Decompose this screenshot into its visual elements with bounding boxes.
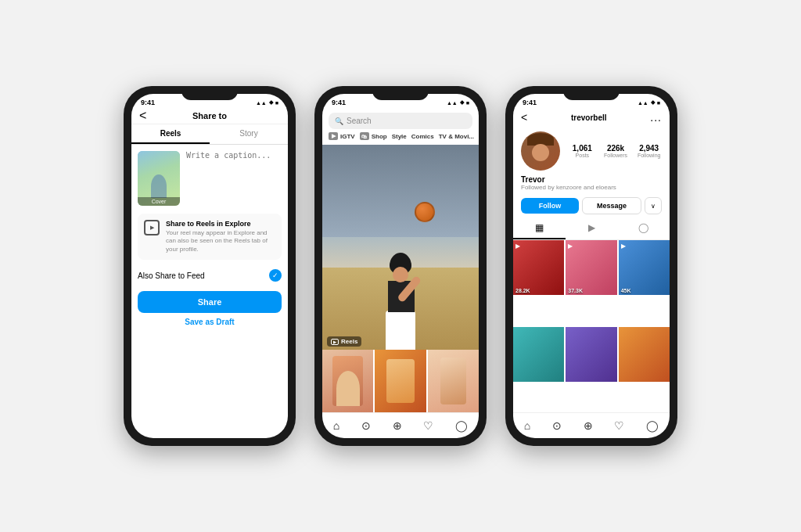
p1-title: Share to	[192, 111, 227, 120]
p1-cover-thumbnail[interactable]	[138, 151, 180, 206]
share-button[interactable]: Share	[138, 291, 282, 313]
p3-back-button[interactable]: <	[521, 111, 527, 124]
p3-nav-add[interactable]: ⊕	[584, 419, 593, 432]
cell-count-3: 45K	[621, 288, 631, 293]
signal-icon: ▲▲	[256, 100, 267, 106]
phone-3-screen: 9:41 ▲▲ ◆ ■ < trevorbell ...	[513, 94, 670, 438]
p3-cell-6-content	[619, 327, 670, 382]
wifi-icon-2: ◆	[460, 99, 464, 106]
reels-icon	[144, 220, 160, 235]
p1-back-button[interactable]: <	[139, 109, 146, 123]
p3-cell-2[interactable]: ▶ 37.3K	[566, 240, 616, 295]
main-scene: 9:41 ▲▲ ◆ ■ < Share to Reels Story	[0, 0, 801, 532]
tab-reels[interactable]: ▶	[566, 217, 618, 239]
cat-shop[interactable]: 🛍 Shop	[360, 132, 387, 140]
tab-reels[interactable]: Reels	[131, 124, 210, 144]
status-icons-3: ▲▲ ◆ ■	[638, 99, 660, 106]
follow-button[interactable]: Follow	[521, 198, 579, 214]
basketball-scene	[322, 145, 479, 350]
share-explore-text: Share to Reels in Explore Your reel may …	[166, 220, 275, 253]
cell-reel-icon-1: ▶	[515, 243, 520, 250]
save-draft-button[interactable]: Save as Draft	[138, 318, 282, 326]
wifi-icon-3: ◆	[651, 99, 655, 106]
player-torso	[386, 311, 415, 350]
time-3: 9:41	[523, 99, 537, 106]
cat-igtv[interactable]: ▶ IGTV	[329, 132, 355, 140]
nav-profile[interactable]: ◯	[455, 419, 468, 432]
cell-count-2: 37.3K	[568, 288, 583, 293]
p3-nav-home[interactable]: ⌂	[524, 419, 530, 432]
avatar-face	[532, 144, 549, 161]
p3-nav-profile[interactable]: ◯	[646, 419, 659, 432]
search-placeholder: Search	[347, 117, 372, 125]
nav-search[interactable]: ⊙	[361, 419, 371, 432]
notch-3	[563, 86, 620, 100]
p2-categories: ▶ IGTV 🛍 Shop Style Comics TV & Movi...	[322, 132, 479, 145]
status-icons-2: ▲▲ ◆ ■	[447, 99, 469, 106]
p3-actions: Follow Message ∨	[513, 194, 670, 217]
p1-header: < Share to	[131, 108, 288, 124]
p2-explore-grid	[322, 350, 479, 412]
battery-icon: ■	[275, 100, 278, 106]
phone-1-shell: 9:41 ▲▲ ◆ ■ < Share to Reels Story	[124, 86, 296, 446]
followed-by-text: Followed by kenzoore and eloears	[521, 184, 662, 191]
share-explore-desc: Your reel may appear in Explore and can …	[166, 229, 275, 253]
caption-input[interactable]	[186, 151, 282, 206]
tab-tagged[interactable]: ◯	[617, 217, 670, 239]
cell-count-1: 28.2K	[515, 288, 530, 293]
nav-add[interactable]: ⊕	[393, 419, 402, 432]
posts-count: 1,061	[573, 144, 592, 153]
also-share-checkbox[interactable]: ✓	[269, 269, 282, 282]
following-count: 2,943	[639, 144, 659, 153]
time-2: 9:41	[332, 99, 346, 106]
notch-1	[181, 86, 238, 100]
p1-content: Share to Reels in Explore Your reel may …	[131, 145, 288, 438]
p1-also-share[interactable]: Also Share to Feed ✓	[138, 266, 282, 285]
p3-more-options[interactable]: ...	[650, 111, 662, 124]
cat-style[interactable]: Style	[392, 132, 407, 140]
grid-cell-1[interactable]	[322, 350, 373, 412]
player	[386, 281, 415, 350]
phone-3-shell: 9:41 ▲▲ ◆ ■ < trevorbell ...	[505, 86, 677, 446]
p3-avatar	[521, 131, 560, 171]
p3-header: < trevorbell ...	[513, 108, 670, 127]
time-1: 9:41	[141, 99, 155, 106]
p3-nav-bar: ⌂ ⊙ ⊕ ♡ ◯	[513, 412, 670, 438]
cat-tv-movies[interactable]: TV & Movi...	[439, 132, 474, 140]
p3-profile-info: 1,061 Posts 226k Followers 2,943 Followi…	[513, 127, 670, 175]
p3-cell-1[interactable]: ▶ 28.2K	[513, 240, 564, 295]
more-button[interactable]: ∨	[645, 197, 662, 214]
battery-icon-2: ■	[466, 100, 469, 106]
explore-search-bar[interactable]: 🔍 Search	[329, 113, 472, 129]
p3-cell-5[interactable]	[566, 327, 616, 382]
p3-cell-4[interactable]	[513, 327, 564, 382]
grid-cell-3[interactable]	[428, 350, 479, 412]
tab-story[interactable]: Story	[210, 124, 288, 144]
p2-nav-bar: ⌂ ⊙ ⊕ ♡ ◯	[322, 412, 479, 438]
p1-cover-row	[138, 151, 282, 206]
p3-cell-4-content	[513, 327, 564, 382]
stat-followers: 226k Followers	[603, 144, 629, 158]
message-button[interactable]: Message	[582, 197, 641, 214]
signal-icon-3: ▲▲	[638, 100, 648, 106]
following-label: Following	[638, 153, 661, 158]
nav-heart[interactable]: ♡	[423, 419, 433, 432]
p3-nav-search[interactable]: ⊙	[552, 419, 562, 432]
nav-home[interactable]: ⌂	[333, 419, 339, 432]
followers-count: 226k	[607, 144, 624, 153]
p3-cell-6[interactable]	[619, 327, 670, 382]
igtv-icon: ▶	[329, 132, 338, 140]
grid-cell-3-content	[428, 350, 479, 412]
share-explore-title: Share to Reels in Explore	[166, 220, 275, 228]
phone-1-screen: 9:41 ▲▲ ◆ ■ < Share to Reels Story	[131, 94, 288, 438]
p1-tabs: Reels Story	[131, 124, 288, 145]
stat-following: 2,943 Following	[636, 144, 662, 158]
grid-cell-2[interactable]	[375, 350, 426, 412]
cat-comics[interactable]: Comics	[411, 132, 434, 140]
p3-username: trevorbell	[571, 113, 607, 122]
tab-grid[interactable]: ▦	[513, 217, 566, 239]
profile-name: Trevor	[521, 175, 662, 184]
p3-cell-3[interactable]: ▶ 45K	[619, 240, 670, 295]
notch-2	[372, 86, 429, 100]
p3-nav-heart[interactable]: ♡	[614, 419, 624, 432]
